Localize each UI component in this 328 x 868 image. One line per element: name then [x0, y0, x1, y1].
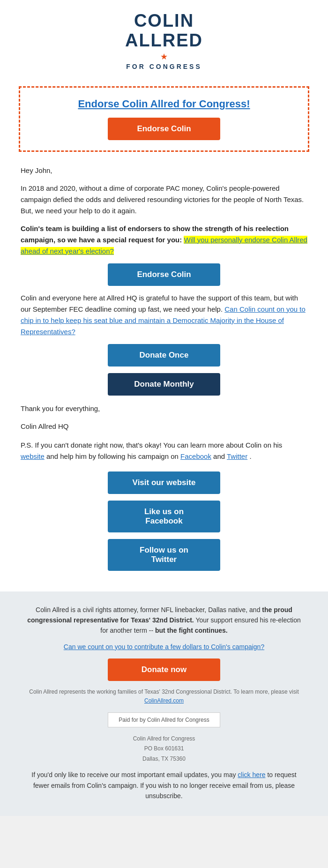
endorse-colin-button-mid[interactable]: Endorse Colin	[108, 263, 220, 286]
ps-middle: and help him by following his campaign o…	[46, 452, 180, 460]
endorse-box-title: Endorse Colin Allred for Congress!	[30, 98, 298, 110]
paid-for-box: Paid for by Colin Allred for Congress	[108, 712, 220, 727]
footer-website-link[interactable]: ColinAllred.com	[144, 697, 184, 704]
logo-star-icon: ★	[9, 52, 319, 62]
ps-website-link[interactable]: website	[21, 452, 45, 460]
donate-monthly-row: Donate Monthly	[21, 373, 307, 396]
logo-line1: COLIN	[134, 11, 194, 30]
sign-off-2: Colin Allred HQ	[21, 421, 307, 432]
ps-twitter-link[interactable]: Twitter	[227, 452, 247, 460]
donate-monthly-button[interactable]: Donate Monthly	[108, 373, 220, 396]
main-content: Hey John, In 2018 and 2020, without a di…	[0, 160, 328, 587]
logo-line2: ALLRED	[125, 30, 203, 50]
paragraph-2: Colin's team is building a list of endor…	[21, 223, 307, 257]
donate-now-button[interactable]: Donate now	[108, 658, 220, 681]
paragraph-3: Colin and everyone here at Allred HQ is …	[21, 292, 307, 337]
like-facebook-row: Like us on Facebook	[21, 501, 307, 532]
like-facebook-button[interactable]: Like us on Facebook	[108, 501, 220, 532]
follow-twitter-button[interactable]: Follow us on Twitter	[108, 539, 220, 571]
ps-and: and	[213, 452, 227, 460]
paragraph-1: In 2018 and 2020, without a dime of corp…	[21, 183, 307, 217]
logo-congress: FOR CONGRESS	[9, 63, 319, 70]
greeting: Hey John,	[21, 165, 307, 176]
footer-disclaimer-text: Colin Allred represents the working fami…	[29, 688, 298, 695]
unsubscribe-prefix: If you'd only like to receive our most i…	[31, 771, 238, 778]
endorse-colin-button-top[interactable]: Endorse Colin	[108, 118, 220, 140]
endorse-button-row-2: Endorse Colin	[21, 263, 307, 286]
click-here-link[interactable]: click here	[238, 771, 265, 778]
visit-website-button[interactable]: Visit our website	[108, 471, 220, 494]
visit-website-row: Visit our website	[21, 471, 307, 494]
postscript: P.S. If you can't donate right now, that…	[21, 440, 307, 462]
footer-disclaimer: Colin Allred represents the working fami…	[23, 688, 305, 705]
email-container: COLIN ALLRED ★ FOR CONGRESS Endorse Coli…	[0, 0, 328, 816]
sign-off-1: Thank you for everything,	[21, 403, 307, 414]
footer-bio-text: Colin Allred is a civil rights attorney,…	[36, 606, 260, 614]
footer-cta-link-row: Can we count on you to contribute a few …	[23, 642, 305, 652]
address-line3: Dallas, TX 75360	[23, 754, 305, 764]
unsubscribe-text: If you'd only like to receive our most i…	[23, 770, 305, 801]
footer-bio: Colin Allred is a civil rights attorney,…	[23, 605, 305, 636]
footer-cta-link[interactable]: Can we count on you to contribute a few …	[64, 643, 264, 651]
address-block: Colin Allred for Congress PO Box 601631 …	[23, 734, 305, 764]
logo-name: COLIN ALLRED	[9, 11, 319, 51]
ps-prefix: P.S. If you can't donate right now, that…	[21, 441, 282, 449]
ps-facebook-link[interactable]: Facebook	[180, 452, 211, 460]
donate-once-row: Donate Once	[21, 344, 307, 367]
ps-end: .	[249, 452, 251, 460]
footer-bio-bold2: but the fight continues.	[155, 627, 228, 634]
address-line2: PO Box 601631	[23, 744, 305, 754]
header: COLIN ALLRED ★ FOR CONGRESS	[0, 0, 328, 78]
endorse-box: Endorse Colin Allred for Congress! Endor…	[19, 86, 309, 152]
address-line1: Colin Allred for Congress	[23, 734, 305, 744]
footer-section: Colin Allred is a civil rights attorney,…	[0, 591, 328, 816]
donate-once-button[interactable]: Donate Once	[108, 344, 220, 367]
follow-twitter-row: Follow us on Twitter	[21, 539, 307, 571]
paid-for-text: Paid for by Colin Allred for Congress	[119, 717, 209, 723]
footer-donate-row: Donate now	[23, 658, 305, 681]
